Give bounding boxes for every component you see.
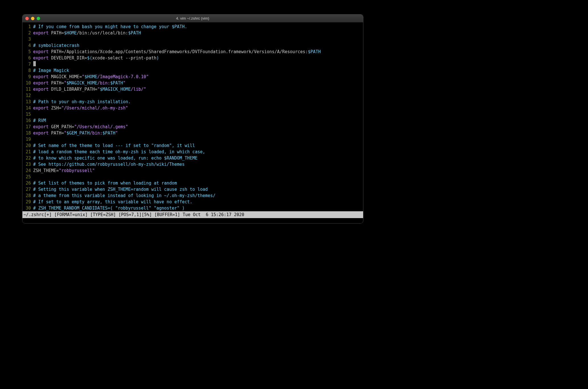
code-line: 23# See https://github.com/robbyrussell/… <box>22 161 363 167</box>
code-line: 8# Image Magick <box>22 67 363 74</box>
line-number: 10 <box>22 80 33 86</box>
code-text: export PATH=/Applications/Xcode.app/Cont… <box>33 49 321 55</box>
line-number: 18 <box>22 130 33 136</box>
code-line: 3 <box>22 36 363 42</box>
code-line: 24ZSH_THEME="robbyrussell" <box>22 167 363 174</box>
code-text: export DYLD_LIBRARY_PATH="$MAGICK_HOME/l… <box>33 86 146 92</box>
code-line: 18export PATH="$GEM_PATH/bin:$PATH" <box>22 130 363 136</box>
comment: # Set name of the theme to load --- if s… <box>33 142 195 149</box>
code-line: 29# If set to an empty array, this varia… <box>22 199 363 205</box>
line-number: 21 <box>22 149 33 155</box>
titlebar[interactable]: 4. vim ~/.zshrc (vim) <box>22 15 363 22</box>
code-line: 14export ZSH="/Users/michal/.oh-my-zsh" <box>22 105 363 111</box>
code-line: 9export MAGICK_HOME="$HOME/ImageMagick-7… <box>22 74 363 80</box>
traffic-lights <box>25 17 40 20</box>
terminal-window: 4. vim ~/.zshrc (vim) 1# If you come fro… <box>22 14 363 224</box>
code-line: 21# load a random theme each time oh-my-… <box>22 149 363 155</box>
line-number: 22 <box>22 155 33 161</box>
line-number: 28 <box>22 193 33 199</box>
comment: # Image Magick <box>33 67 69 74</box>
comment: # to know which specific one was loaded,… <box>33 155 198 161</box>
code-line: 22# to know which specific one was loade… <box>22 155 363 161</box>
line-number: 11 <box>22 86 33 92</box>
comment: # a theme from this variable instead of … <box>33 193 216 199</box>
editor-area[interactable]: 1# If you come from bash you might have … <box>22 22 363 223</box>
code-line: 7 <box>22 61 363 67</box>
comment: # load a random theme each time oh-my-zs… <box>33 149 205 155</box>
window-title: 4. vim ~/.zshrc (vim) <box>22 16 363 20</box>
command-line[interactable] <box>22 218 363 223</box>
line-number: 23 <box>22 161 33 167</box>
line-number: 20 <box>22 142 33 149</box>
comment: # symbolicatecrash <box>33 42 80 49</box>
line-number: 6 <box>22 55 33 61</box>
code-line: 19 <box>22 136 363 142</box>
zoom-icon[interactable] <box>37 17 40 20</box>
line-number: 7 <box>22 61 33 67</box>
line-number: 25 <box>22 174 33 180</box>
code-line: 16# RVM <box>22 117 363 124</box>
comment: # If set to an empty array, this variabl… <box>33 199 192 205</box>
line-number: 30 <box>22 205 33 211</box>
line-number: 2 <box>22 30 33 36</box>
code-line: 10export PATH="$MAGICK_HOME/bin:$PATH" <box>22 80 363 86</box>
close-icon[interactable] <box>25 17 29 20</box>
code-line: 27# Setting this variable when ZSH_THEME… <box>22 186 363 193</box>
code-line: 26# Set list of themes to pick from when… <box>22 180 363 186</box>
code-text: export ZSH="/Users/michal/.oh-my-zsh" <box>33 105 128 111</box>
line-number: 1 <box>22 24 33 30</box>
comment: # ZSH_THEME_RANDOM_CANDIDATES=( "robbyru… <box>33 205 185 211</box>
code-text: export PATH=$HOME/bin:/usr/local/bin:$PA… <box>33 30 141 36</box>
line-number: 15 <box>22 111 33 117</box>
comment: # Setting this variable when ZSH_THEME=r… <box>33 186 208 193</box>
line-number: 12 <box>22 92 33 99</box>
code-line: 15 <box>22 111 363 117</box>
line-number: 8 <box>22 67 33 74</box>
comment: # Set list of themes to pick from when l… <box>33 180 177 186</box>
line-number: 27 <box>22 186 33 193</box>
code-line: 25 <box>22 174 363 180</box>
code-text: export GEM_PATH="/Users/michal/.gems" <box>33 124 128 130</box>
line-number: 16 <box>22 117 33 124</box>
line-number: 26 <box>22 180 33 186</box>
code-line: 28# a theme from this variable instead o… <box>22 193 363 199</box>
line-number: 5 <box>22 49 33 55</box>
line-number: 17 <box>22 124 33 130</box>
line-number: 13 <box>22 99 33 105</box>
line-number: 3 <box>22 36 33 42</box>
code-text: export MAGICK_HOME="$HOME/ImageMagick-7.… <box>33 74 149 80</box>
code-text: export DEVELOPER_DIR=$(xcode-select --pr… <box>33 55 159 61</box>
line-number: 29 <box>22 199 33 205</box>
code-text: export PATH="$GEM_PATH/bin:$PATH" <box>33 130 118 136</box>
code-line: 12 <box>22 92 363 99</box>
comment: # Path to your oh-my-zsh installation. <box>33 99 131 105</box>
code-line: 17export GEM_PATH="/Users/michal/.gems" <box>22 124 363 130</box>
code-line: 4# symbolicatecrash <box>22 42 363 49</box>
line-number: 9 <box>22 74 33 80</box>
code-line: 2export PATH=$HOME/bin:/usr/local/bin:$P… <box>22 30 363 36</box>
code-line: 5export PATH=/Applications/Xcode.app/Con… <box>22 49 363 55</box>
code-line: 6export DEVELOPER_DIR=$(xcode-select --p… <box>22 55 363 61</box>
comment: # See https://github.com/robbyrussell/oh… <box>33 161 185 167</box>
line-number: 4 <box>22 42 33 49</box>
line-number: 19 <box>22 136 33 142</box>
line-number: 14 <box>22 105 33 111</box>
cursor-icon <box>33 61 36 66</box>
code-line: 30# ZSH_THEME_RANDOM_CANDIDATES=( "robby… <box>22 205 363 211</box>
code-line: 11export DYLD_LIBRARY_PATH="$MAGICK_HOME… <box>22 86 363 92</box>
code-line: 13# Path to your oh-my-zsh installation. <box>22 99 363 105</box>
minimize-icon[interactable] <box>31 17 34 20</box>
code-text: ZSH_THEME="robbyrussell" <box>33 167 95 174</box>
line-number: 24 <box>22 167 33 174</box>
code-line: 20# Set name of the theme to load --- if… <box>22 142 363 149</box>
comment: # RVM <box>33 117 46 124</box>
code-line: 1# If you come from bash you might have … <box>22 24 363 30</box>
comment: # If you come from bash you might have t… <box>33 24 187 30</box>
code-text: export PATH="$MAGICK_HOME/bin:$PATH" <box>33 80 126 86</box>
vim-statusline: ~/.zshrc[+] [FORMAT=unix] [TYPE=ZSH] [PO… <box>22 211 363 218</box>
